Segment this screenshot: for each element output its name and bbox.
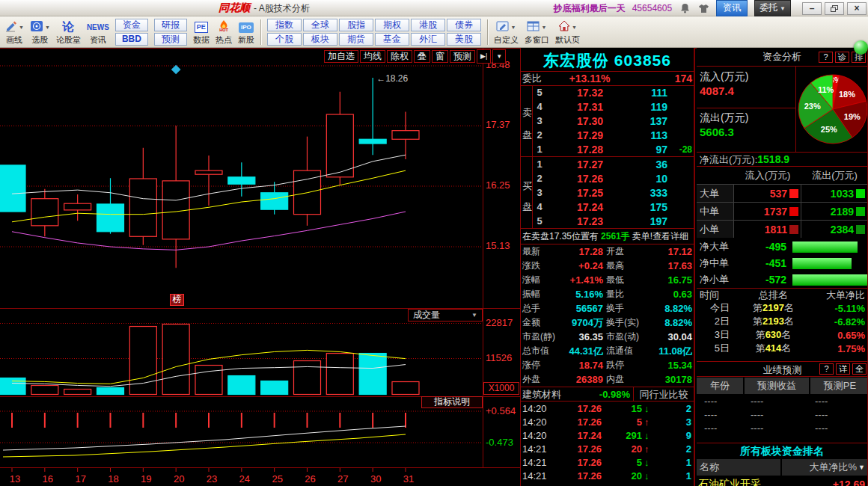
market-nav-期货[interactable]: 期货 (339, 33, 373, 46)
row-label: 净小单 (697, 273, 740, 286)
kline-chart[interactable]: ←18.26 (0, 48, 521, 486)
market-nav-指数[interactable]: 指数 (267, 19, 302, 31)
sell-order-row[interactable]: 317.30137 (521, 114, 694, 128)
market-nav-期权[interactable]: 期权 (375, 19, 409, 31)
kline-chart-panel[interactable]: ←18.26 加自选均线除权叠窗预测▶|▼ 18.48 17.37 16.25 … (0, 48, 521, 486)
market-nav-港股[interactable]: 港股 (411, 19, 445, 31)
alert-detail-link[interactable]: 卖单!查看详细 (632, 230, 688, 243)
forecast-button[interactable]: 预测 (154, 33, 187, 46)
stock-select-tool[interactable]: ▼ 选股 (30, 20, 50, 44)
svg-text:←18.26: ←18.26 (376, 73, 408, 84)
sell-order-row[interactable]: 417.31119 (521, 99, 694, 114)
buy-order-row[interactable]: 117.2736 (521, 157, 694, 171)
tick-row[interactable]: 14:2017.24291↓9 (521, 428, 694, 442)
market-nav-基金[interactable]: 基金 (375, 33, 409, 46)
buy-order-row[interactable]: 417.24175 (521, 200, 694, 214)
default-page-tool[interactable]: ▼ 默认页 (555, 20, 580, 44)
data-tool[interactable]: PE 数据 (193, 20, 210, 44)
close-button[interactable]: × (847, 2, 867, 15)
board-rank-row[interactable]: 石油矿业开采+12.69 (697, 477, 868, 486)
sort-header[interactable]: 大单净比%▼ (782, 459, 868, 476)
outflow-amount: 2384 (831, 224, 854, 236)
quote-label: 外盘 (521, 373, 566, 386)
quote-value: 5.16% (566, 289, 605, 300)
draw-line-tool[interactable]: ▼ 画线 (4, 20, 24, 44)
caret-icon: ▼ (541, 25, 546, 30)
sector-row[interactable]: 建筑材料 -0.98% 同行业比较 (521, 387, 694, 402)
chart-tool-均线[interactable]: 均线 (360, 50, 385, 63)
chart-tool-预测[interactable]: 预测 (450, 50, 475, 63)
tick-row[interactable]: 14:2117.2620↓1 (521, 469, 694, 482)
help-button[interactable]: ? (819, 52, 833, 63)
market-nav-美股[interactable]: 美股 (447, 33, 481, 46)
arrow-down-icon: ↓ (642, 430, 657, 441)
buy-order-row[interactable]: 517.23197 (521, 214, 694, 228)
market-nav-全球[interactable]: 全球 (303, 19, 337, 31)
buy-order-row[interactable]: 217.2610 (521, 171, 694, 185)
ipo-tool[interactable]: IPO 新股 (238, 20, 254, 44)
market-nav-股指[interactable]: 股指 (339, 19, 373, 31)
tick-row[interactable]: 14:2017.2615↓2 (521, 402, 694, 415)
promo-link[interactable]: 抄底福利最后一天 (554, 2, 626, 15)
market-nav-债券[interactable]: 债券 (447, 19, 481, 31)
floating-ball[interactable] (854, 40, 868, 55)
net-order-row: 净小单-572 (697, 271, 868, 288)
news-tool[interactable]: NEWS 资讯 (87, 20, 109, 44)
x-axis-label: 24 (239, 473, 250, 485)
level-number: 1 (533, 159, 546, 170)
chart-tool-窗[interactable]: 窗 (432, 50, 448, 63)
multi-window-tool[interactable]: ▼ 多窗口 (525, 20, 549, 44)
tick-row[interactable]: 14:2117.265↓1 (521, 455, 694, 469)
next-period-icon[interactable]: ▶| (477, 49, 491, 64)
all-button[interactable]: 全 (852, 363, 867, 375)
indicator-help-button[interactable]: 指标说明 (421, 396, 483, 408)
sell-order-row[interactable]: 517.32111 (521, 85, 694, 99)
quote-value: 0.63 (654, 289, 694, 300)
order-change: -28 (667, 144, 694, 155)
custom-page-tool[interactable]: ▼ 自定义 (494, 20, 519, 44)
news-button[interactable]: 资讯 (716, 0, 748, 16)
chart-tool-叠[interactable]: 叠 (414, 50, 430, 63)
market-nav-板块[interactable]: 板块 (303, 33, 337, 46)
fund-button[interactable]: 资金 (115, 19, 148, 31)
shirt-icon[interactable] (697, 2, 709, 14)
divider (521, 244, 694, 244)
rank-button[interactable]: 榜 (170, 294, 184, 306)
diagnose-button[interactable]: 诊 (835, 52, 849, 63)
detail-button[interactable]: 详 (836, 363, 850, 375)
board-rank-title: 所有板块资金排名 (697, 445, 867, 458)
quote-panel: 东宏股份 603856 委比 +13.11% 174 517.32111417.… (521, 48, 695, 486)
tick-row[interactable]: 14:2117.2620↑2 (521, 442, 694, 455)
ipo-icon: IPO (239, 22, 254, 33)
performance-table: 年份 预测收益 预测PE ---------------------------… (697, 378, 868, 434)
tick-row[interactable]: 14:2017.265↑3 (521, 415, 694, 428)
quote-label: 金额 (521, 316, 566, 329)
tick-row[interactable]: 14:2117.2615↓1 (521, 482, 694, 486)
chart-tool-加自选[interactable]: 加自选 (324, 50, 358, 63)
restore-button[interactable] (825, 2, 844, 15)
sector-change: -0.98% (587, 389, 633, 400)
chart-tool-除权[interactable]: 除权 (387, 50, 412, 63)
inflow-amount: 537 (770, 188, 787, 200)
sell-order-row[interactable]: 217.29113 (521, 128, 694, 142)
bbd-button[interactable]: BBD (115, 33, 148, 46)
industry-compare-link[interactable]: 同行业比较 (633, 387, 694, 402)
help-button[interactable]: ? (819, 363, 834, 375)
rank-row: 今日第2197名-5.11% (697, 301, 868, 315)
market-nav-个股[interactable]: 个股 (267, 33, 302, 46)
market-nav-外汇[interactable]: 外汇 (411, 33, 445, 46)
trade-button[interactable]: 委托▼ (754, 0, 791, 16)
inflow-label: 流入(万元) (700, 70, 748, 84)
hot-tool[interactable]: HOT 热点 (216, 20, 232, 44)
report-button[interactable]: 研报 (154, 19, 187, 31)
sell-order-row[interactable]: 117.2897-28 (521, 142, 694, 156)
minimize-button[interactable]: – (802, 2, 822, 15)
buy-order-row[interactable]: 317.25333 (521, 185, 694, 200)
inflow-cell: 1737 (734, 203, 801, 220)
chevron-down-icon[interactable]: ▼ (492, 49, 506, 64)
forum-tool[interactable]: 论 论股堂 (56, 20, 81, 44)
performance-row: ------------ (697, 394, 868, 407)
order-size-table: 流入(万元) 流出(万元) 大单5371033中单17372189小单18112… (697, 167, 868, 238)
volume-selector[interactable]: 成交量▼ (408, 309, 483, 322)
bell-icon[interactable] (679, 2, 691, 14)
